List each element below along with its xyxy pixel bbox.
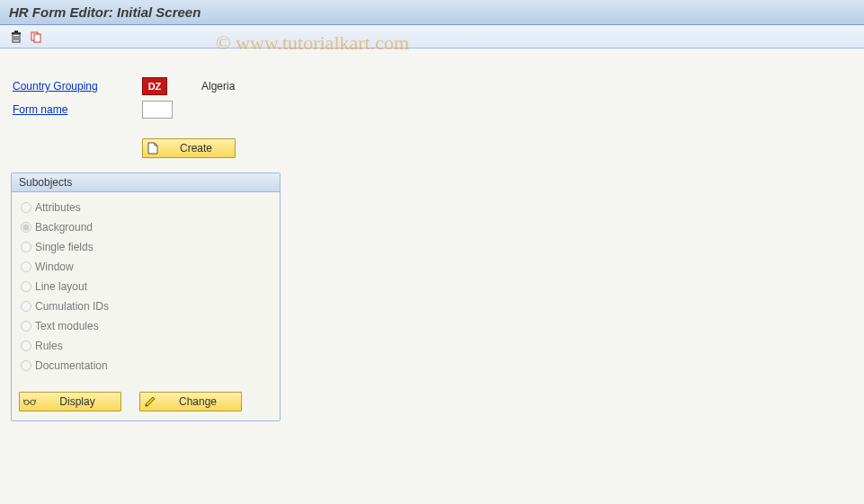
content-area: Country Grouping DZ Algeria Form name Cr… <box>0 49 864 504</box>
subobject-radio[interactable] <box>21 202 31 213</box>
country-grouping-row: Country Grouping DZ Algeria <box>11 75 853 97</box>
svg-marker-15 <box>146 397 155 406</box>
subobject-radio-row[interactable]: Text modules <box>21 316 271 336</box>
subobject-radio-row[interactable]: Cumulation IDs <box>21 296 271 316</box>
form-name-row: Form name <box>11 99 853 120</box>
subobject-radio-row[interactable]: Line layout <box>21 277 271 296</box>
subobject-radio-row[interactable]: Attributes <box>21 198 271 217</box>
svg-rect-4 <box>12 32 21 34</box>
pencil-icon <box>144 395 156 408</box>
svg-line-14 <box>35 399 36 402</box>
country-grouping-label[interactable]: Country Grouping <box>11 80 142 93</box>
change-button-label: Change <box>164 395 232 408</box>
subobject-label: Text modules <box>35 320 99 332</box>
subobject-radio[interactable] <box>21 261 31 272</box>
form-name-input[interactable] <box>142 101 173 119</box>
create-button[interactable]: Create <box>142 138 236 158</box>
subobject-label: Single fields <box>35 241 94 253</box>
form-name-label[interactable]: Form name <box>11 103 142 116</box>
subobject-radio-row[interactable]: Background <box>21 217 271 237</box>
svg-marker-9 <box>155 143 157 146</box>
subobject-radio[interactable] <box>21 301 31 312</box>
glasses-icon <box>23 395 36 408</box>
svg-point-10 <box>24 400 29 404</box>
subobject-radio[interactable] <box>21 340 31 351</box>
subobjects-actions: Display Change <box>12 385 280 420</box>
svg-rect-7 <box>34 34 40 42</box>
copy-icon[interactable] <box>29 30 43 44</box>
display-button[interactable]: Display <box>19 392 121 411</box>
subobject-radio-row[interactable]: Documentation <box>21 356 271 376</box>
subobject-radio[interactable] <box>21 242 31 252</box>
svg-rect-5 <box>14 31 18 32</box>
subobject-label: Line layout <box>35 280 87 293</box>
country-grouping-description: Algeria <box>201 80 235 93</box>
subobject-label: Cumulation IDs <box>35 300 109 313</box>
subobject-label: Rules <box>35 340 63 352</box>
svg-line-13 <box>23 399 24 402</box>
subobject-label: Window <box>35 261 74 273</box>
subobjects-title: Subobjects <box>12 173 280 192</box>
subobject-label: Background <box>35 221 93 234</box>
subobject-radio[interactable] <box>21 360 31 371</box>
subobject-radio[interactable] <box>21 222 31 233</box>
title-bar: HR Form Editor: Initial Screen <box>0 0 864 25</box>
subobjects-groupbox: Subobjects AttributesBackgroundSingle fi… <box>11 172 281 421</box>
svg-point-11 <box>31 400 35 404</box>
country-grouping-input[interactable]: DZ <box>142 77 167 95</box>
subobject-radio-row[interactable]: Single fields <box>21 237 271 257</box>
subobject-label: Documentation <box>35 359 108 372</box>
change-button[interactable]: Change <box>139 392 242 411</box>
subobject-radio[interactable] <box>21 281 31 292</box>
display-button-label: Display <box>43 395 111 408</box>
toolbar <box>0 25 864 49</box>
new-document-icon <box>147 142 159 155</box>
delete-icon[interactable] <box>9 30 23 44</box>
subobject-radio[interactable] <box>21 321 31 332</box>
create-button-label: Create <box>166 142 226 155</box>
subobject-label: Attributes <box>35 201 81 214</box>
subobjects-body: AttributesBackgroundSingle fieldsWindowL… <box>12 192 280 385</box>
subobject-radio-row[interactable]: Rules <box>21 336 271 356</box>
subobject-radio-row[interactable]: Window <box>21 257 271 277</box>
page-title: HR Form Editor: Initial Screen <box>9 4 200 20</box>
